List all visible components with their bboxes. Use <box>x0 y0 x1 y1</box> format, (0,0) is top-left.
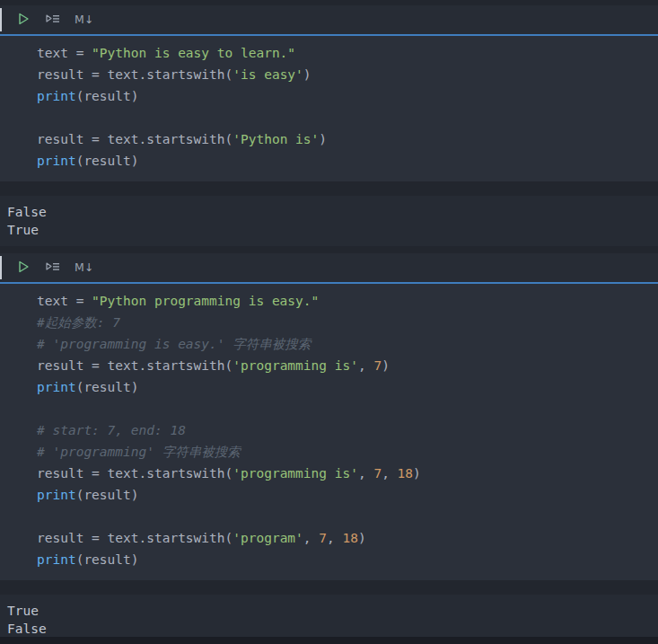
code-token: # 'programming is easy.' 字符串被搜索 <box>37 337 311 351</box>
code-editor[interactable]: text = "Python is easy to learn."result … <box>0 36 658 181</box>
notebook-cell-1: M↓ text = "Python is easy to learn."resu… <box>0 5 658 246</box>
code-line: # start: 7, end: 18 <box>37 419 651 441</box>
code-token: ) <box>319 132 327 146</box>
code-token: 7 <box>319 531 327 545</box>
run-below-icon <box>45 260 60 277</box>
code-line <box>37 107 651 128</box>
code-line: result = text.startswith('is easy') <box>37 64 651 85</box>
code-token: (result) <box>76 552 139 567</box>
code-line: print(result) <box>37 85 651 107</box>
code-token: result = text.startswith( <box>37 132 232 146</box>
output-line: False <box>7 620 651 638</box>
output-line: False <box>7 203 651 221</box>
markdown-toggle-button[interactable]: M↓ <box>73 10 95 30</box>
code-line: print(result) <box>37 150 651 172</box>
code-line: text = "Python programming is easy." <box>37 290 651 312</box>
run-cell-button[interactable] <box>14 258 32 278</box>
code-token: , <box>382 466 397 481</box>
run-below-icon <box>45 12 60 29</box>
code-line: result = text.startswith('programming is… <box>37 463 651 484</box>
code-token: , <box>358 358 373 373</box>
code-token: 'programming is' <box>232 466 358 481</box>
code-token: 'programming is' <box>232 358 358 373</box>
code-token: 18 <box>343 531 358 545</box>
code-token: 7 <box>373 358 382 373</box>
code-token: 'is easy' <box>232 67 303 82</box>
code-token: ) <box>382 358 390 373</box>
code-line <box>37 398 651 419</box>
code-token: (result) <box>76 380 139 394</box>
notebook: M↓ text = "Python is easy to learn."resu… <box>0 5 658 644</box>
code-token: result = text.startswith( <box>37 67 232 82</box>
code-token: (result) <box>76 154 139 168</box>
code-token: , <box>358 466 373 481</box>
code-token: result = text.startswith( <box>37 358 232 373</box>
code-token: # 'programming' 字符串被搜索 <box>37 445 241 459</box>
code-line: # 'programming' 字符串被搜索 <box>37 441 651 463</box>
cell-focus-bar <box>0 8 2 31</box>
code-token: "Python programming is easy." <box>92 294 319 308</box>
output-line: True <box>7 602 651 620</box>
cell-toolbar: M↓ <box>0 5 658 36</box>
code-token: "Python is easy to learn." <box>92 46 295 60</box>
code-token: (result) <box>76 89 139 103</box>
code-token: ) <box>413 466 421 481</box>
code-token: result = text.startswith( <box>37 531 232 545</box>
code-token: 'Python is' <box>232 132 319 146</box>
markdown-icon: M↓ <box>75 262 93 274</box>
code-token: print <box>37 488 76 502</box>
code-line: result = text.startswith('Python is') <box>37 128 651 150</box>
run-below-button[interactable] <box>43 258 62 278</box>
code-token: text = <box>37 46 92 60</box>
code-line: print(result) <box>37 549 651 570</box>
cell-output: FalseTrue <box>0 196 658 246</box>
code-line: result = text.startswith('program', 7, 1… <box>37 527 651 549</box>
code-token: 7 <box>373 466 382 481</box>
code-token: 'program' <box>232 531 303 545</box>
code-token: print <box>37 380 76 394</box>
markdown-icon: M↓ <box>75 14 93 26</box>
notebook-cell-2: M↓ text = "Python programming is easy."#… <box>0 253 658 644</box>
code-editor[interactable]: text = "Python programming is easy."#起始参… <box>0 284 658 580</box>
code-token: ) <box>303 67 311 82</box>
code-token: text = <box>37 294 92 308</box>
code-token: print <box>37 89 76 103</box>
code-token: print <box>37 552 76 567</box>
cell-toolbar: M↓ <box>0 253 658 284</box>
code-token: 18 <box>398 466 413 481</box>
bottom-strip <box>0 637 658 644</box>
output-line: True <box>7 221 651 239</box>
code-token: print <box>37 154 76 168</box>
run-cell-icon <box>16 260 31 277</box>
code-token: , <box>327 531 342 545</box>
code-token: #起始参数: 7 <box>37 315 120 330</box>
markdown-toggle-button[interactable]: M↓ <box>73 258 95 278</box>
code-line: result = text.startswith('programming is… <box>37 355 651 376</box>
code-line: print(result) <box>37 484 651 506</box>
code-line: #起始参数: 7 <box>37 312 651 333</box>
code-token: , <box>303 531 319 545</box>
code-token: ) <box>358 531 366 545</box>
code-line: print(result) <box>37 376 651 398</box>
code-token: (result) <box>76 488 139 502</box>
code-token: result = text.startswith( <box>37 466 232 481</box>
code-line: text = "Python is easy to learn." <box>37 42 651 64</box>
code-token: # start: 7, end: 18 <box>37 423 186 437</box>
cell-focus-bar <box>0 256 2 279</box>
code-line: # 'programming is easy.' 字符串被搜索 <box>37 333 651 355</box>
code-line <box>37 506 651 527</box>
run-cell-button[interactable] <box>14 10 32 30</box>
run-cell-icon <box>16 12 31 29</box>
run-below-button[interactable] <box>43 10 62 30</box>
